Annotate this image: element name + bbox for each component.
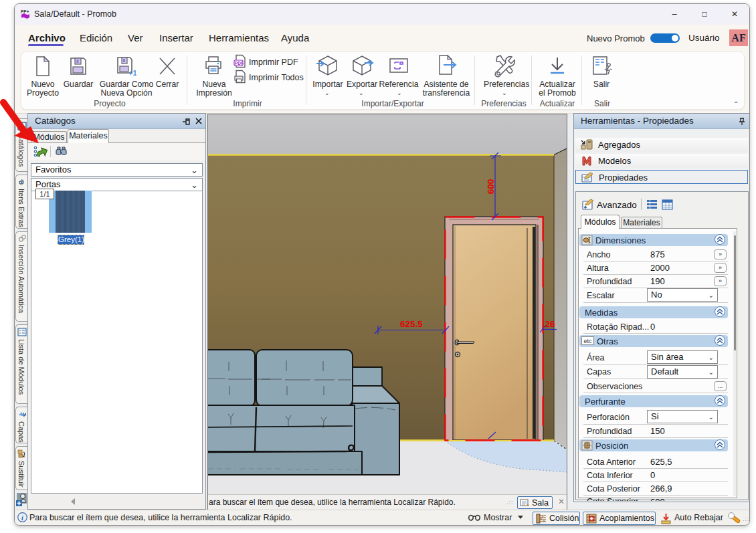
svg-text:i: i: [21, 514, 23, 522]
svg-text:600: 600: [486, 179, 496, 195]
svg-text:PDF: PDF: [235, 61, 244, 66]
svg-text:625.5: 625.5: [400, 319, 423, 329]
svg-text:26: 26: [545, 319, 555, 329]
svg-text:+1: +1: [128, 69, 136, 77]
